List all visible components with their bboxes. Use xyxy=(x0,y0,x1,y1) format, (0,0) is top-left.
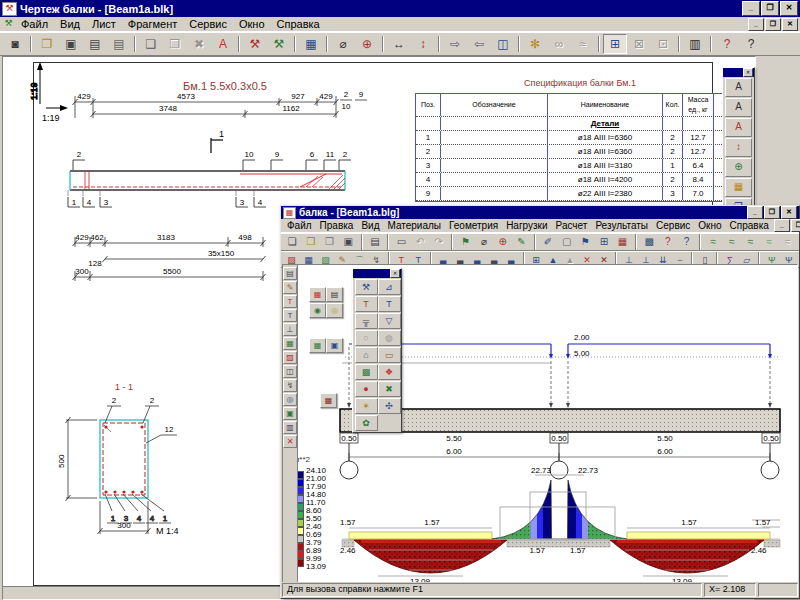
palette-titlebar[interactable]: ✕ xyxy=(723,68,754,77)
mesh-green-icon[interactable]: ▦ xyxy=(309,338,326,353)
restore-button[interactable]: ❐ xyxy=(765,18,781,31)
restore-button[interactable]: ❐ xyxy=(791,219,800,232)
menu-item-Справка[interactable]: Справка xyxy=(271,18,326,30)
result-wave-2-icon[interactable]: ≈ xyxy=(722,234,741,250)
view-sheet-icon[interactable]: ▤ xyxy=(283,267,297,280)
table-icon[interactable]: ▦ xyxy=(613,234,632,250)
wagon-icon[interactable]: ◫ xyxy=(491,34,515,54)
open-icon[interactable]: ❐ xyxy=(35,34,59,54)
copy-fragment-icon[interactable]: ❑ xyxy=(139,34,163,54)
pattern-red-icon[interactable]: ▦ xyxy=(309,287,326,302)
windows-icon[interactable]: ⊞ xyxy=(595,234,614,250)
save-icon[interactable]: ▣ xyxy=(59,34,83,54)
dimension-icon[interactable]: ↕ xyxy=(725,138,752,157)
save-icon[interactable]: ▣ xyxy=(339,234,358,250)
dot-yellow-icon[interactable]: ◎ xyxy=(326,303,343,318)
help-book-icon[interactable]: ? xyxy=(659,234,678,250)
tee-blue-icon[interactable]: Т xyxy=(378,296,401,312)
close-icon[interactable]: ✕ xyxy=(390,269,400,278)
triangle-icon[interactable]: ⊿ xyxy=(378,279,401,295)
about-icon[interactable]: ? xyxy=(677,234,696,250)
dot-red-icon[interactable]: ● xyxy=(355,381,378,397)
flower-icon[interactable]: ✿ xyxy=(355,415,378,431)
tee-blue-icon[interactable]: Т xyxy=(283,309,297,322)
go-back-icon[interactable]: ⇦ xyxy=(467,34,491,54)
new-view-icon[interactable]: ✻ xyxy=(523,34,547,54)
load-icon[interactable]: ↯ xyxy=(283,379,297,392)
menu-item-Расчет[interactable]: Расчет xyxy=(552,220,592,231)
menu-item-Результаты[interactable]: Результаты xyxy=(591,220,652,231)
edit-icon[interactable]: ✎ xyxy=(283,281,297,294)
exit-icon[interactable]: ◙ xyxy=(3,34,27,54)
back-titlebar[interactable]: ⚒ Чертеж балки - [Beam1a.blk] _❐✕ xyxy=(0,0,800,17)
menu-item-Справка[interactable]: Справка xyxy=(726,220,773,231)
ruler-icon[interactable]: ↕ xyxy=(411,34,435,54)
star-icon[interactable]: ✶ xyxy=(355,398,378,414)
close-button[interactable]: ✕ xyxy=(780,1,798,16)
analysis-view[interactable]: 2.00 5.00 0.50 xyxy=(282,264,798,586)
section-icon[interactable]: ◫ xyxy=(283,365,297,378)
zoom-out-icon[interactable]: ⌀ xyxy=(331,34,355,54)
grid-on-icon[interactable]: ⊞ xyxy=(603,34,627,54)
text-frame-icon[interactable]: A xyxy=(725,98,752,117)
hammer-icon[interactable]: ⚒ xyxy=(355,279,378,295)
fragment-flag-icon[interactable]: ⚑ xyxy=(576,234,595,250)
map-icon[interactable]: ▦ xyxy=(725,178,752,197)
tee-top-icon[interactable]: ╦ xyxy=(355,313,378,329)
tee-red-icon[interactable]: Т xyxy=(283,295,297,308)
import-icon[interactable]: ❐ xyxy=(320,234,339,250)
zoom-all-icon[interactable]: ⊕ xyxy=(493,234,512,250)
front-titlebar[interactable]: ▦ балка - [Beam1a.blg] _❐✕ xyxy=(281,206,799,219)
resize-icon[interactable]: ↔ xyxy=(387,34,411,54)
mesh-blue-icon[interactable]: ▣ xyxy=(326,338,343,353)
close-icon[interactable]: ✕ xyxy=(743,68,753,77)
mesh-icon[interactable]: ▦ xyxy=(283,337,297,350)
slab-icon[interactable]: ▭ xyxy=(378,347,401,363)
close-button[interactable]: ✕ xyxy=(781,206,797,219)
help-book-icon[interactable]: ? xyxy=(715,34,739,54)
restore-button[interactable]: ❐ xyxy=(761,1,779,16)
zoom-out-icon[interactable]: ⌀ xyxy=(475,234,494,250)
close-button[interactable]: ✕ xyxy=(782,18,798,31)
tee-red-icon[interactable]: Т xyxy=(355,296,378,312)
preview-icon[interactable]: ▭ xyxy=(392,234,411,250)
sparkle-icon[interactable]: ✣ xyxy=(378,398,401,414)
result-wave-4-icon[interactable]: ≈ xyxy=(760,234,779,250)
cross-green-icon[interactable]: ✖ xyxy=(378,381,401,397)
result-wave-1-icon[interactable]: ≈ xyxy=(704,234,723,250)
menu-item-Лист[interactable]: Лист xyxy=(86,18,122,30)
flags-icon[interactable]: ⚑ xyxy=(456,234,475,250)
menu-item-Файл[interactable]: Файл xyxy=(15,18,54,30)
mesh-icon[interactable]: ▩ xyxy=(355,364,378,380)
menu-item-Фрагмент[interactable]: Фрагмент xyxy=(122,18,183,30)
menu-item-Вид[interactable]: Вид xyxy=(357,220,383,231)
screen-icon[interactable]: ▢ xyxy=(557,234,576,250)
menu-item-Вид[interactable]: Вид xyxy=(54,18,86,30)
rebuild-icon[interactable]: ⚒ xyxy=(267,34,291,54)
build-icon[interactable]: ⚒ xyxy=(243,34,267,54)
minimize-button[interactable]: _ xyxy=(747,206,763,219)
info-icon[interactable]: ▩ xyxy=(640,234,659,250)
fence-icon[interactable]: ▥ xyxy=(683,34,707,54)
diamond-icon[interactable]: ❖ xyxy=(378,364,401,380)
print-batch-icon[interactable]: ▤ xyxy=(107,34,131,54)
menu-item-Геометрия[interactable]: Геометрия xyxy=(445,220,502,231)
report-icon[interactable]: ▦ xyxy=(299,34,323,54)
minimize-button[interactable]: _ xyxy=(774,219,790,232)
pencil-icon[interactable]: ✎ xyxy=(512,234,531,250)
format-colors-icon[interactable]: A xyxy=(211,34,235,54)
delete-icon[interactable]: ✕ xyxy=(283,435,297,448)
restore-button[interactable]: ❐ xyxy=(764,206,780,219)
house-icon[interactable]: ⌂ xyxy=(355,347,378,363)
minimize-button[interactable]: _ xyxy=(748,18,764,31)
print-icon[interactable]: ▤ xyxy=(366,234,385,250)
text-style-icon[interactable]: A xyxy=(725,78,752,97)
dot-green-icon[interactable]: ◉ xyxy=(309,303,326,318)
menu-item-Правка[interactable]: Правка xyxy=(316,220,358,231)
minimize-button[interactable]: _ xyxy=(742,1,760,16)
zoom-all-icon[interactable]: ⊕ xyxy=(355,34,379,54)
new-icon[interactable]: ❏ xyxy=(283,234,302,250)
pattern-dark-icon[interactable]: ▤ xyxy=(326,287,343,302)
result-icon[interactable]: ▣ xyxy=(283,407,297,420)
draw-icon[interactable]: ✐ xyxy=(539,234,558,250)
